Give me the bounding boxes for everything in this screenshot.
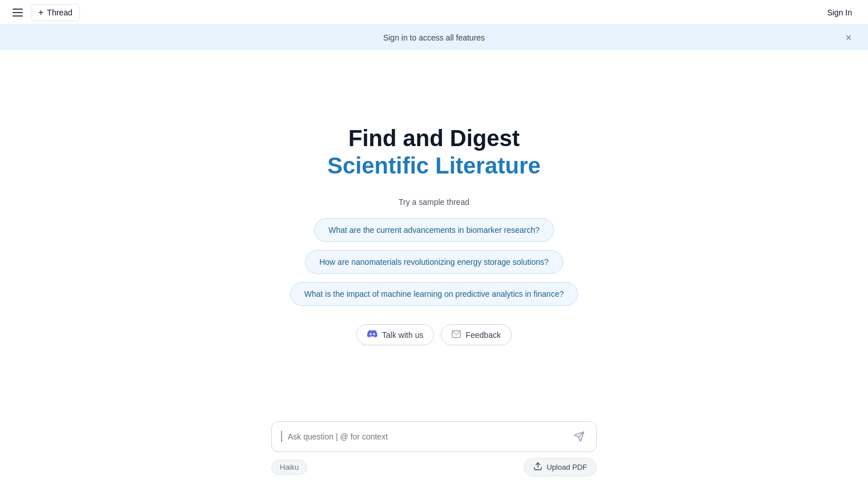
bottom-controls: Haiku Upload PDF <box>271 458 597 477</box>
hero-title-line2: Scientific Literature <box>327 152 540 179</box>
upload-pdf-button[interactable]: Upload PDF <box>524 458 597 477</box>
hamburger-icon <box>13 9 23 17</box>
send-button[interactable] <box>571 429 587 445</box>
sample-thread-3[interactable]: What is the impact of machine learning o… <box>290 282 578 306</box>
sample-threads-list: What are the current advancements in bio… <box>290 218 578 306</box>
hero-title: Find and Digest Scientific Literature <box>327 124 540 179</box>
sample-thread-1[interactable]: What are the current advancements in bio… <box>314 218 554 242</box>
banner-close-button[interactable]: × <box>841 30 857 46</box>
upload-pdf-label: Upload PDF <box>546 463 587 471</box>
sign-in-banner: Sign in to access all features × <box>0 25 868 50</box>
send-icon <box>573 431 585 442</box>
mail-icon <box>452 330 461 340</box>
header: + Thread Sign In <box>0 0 868 25</box>
talk-with-us-button[interactable]: Talk with us <box>356 324 434 345</box>
feedback-label: Feedback <box>465 330 500 340</box>
hero-title-line1: Find and Digest <box>348 126 520 151</box>
input-divider <box>281 431 282 442</box>
feedback-button[interactable]: Feedback <box>441 324 511 345</box>
model-selector[interactable]: Haiku <box>271 459 307 475</box>
header-left: + Thread <box>9 4 80 21</box>
plus-icon: + <box>38 7 43 18</box>
question-input[interactable] <box>288 432 565 441</box>
menu-button[interactable] <box>9 5 26 20</box>
sample-label: Try a sample thread <box>399 197 469 207</box>
question-input-container <box>271 421 597 452</box>
bottom-bar: Haiku Upload PDF <box>0 412 868 488</box>
sample-thread-2[interactable]: How are nanomaterials revolutionizing en… <box>305 250 563 274</box>
action-buttons: Talk with us Feedback <box>356 324 512 345</box>
thread-button-label: Thread <box>47 8 72 17</box>
model-label: Haiku <box>280 463 299 471</box>
talk-with-us-label: Talk with us <box>382 330 423 340</box>
sign-in-button[interactable]: Sign In <box>820 5 859 21</box>
upload-icon <box>533 462 542 473</box>
banner-text: Sign in to access all features <box>383 33 485 42</box>
new-thread-button[interactable]: + Thread <box>31 4 80 21</box>
discord-icon <box>367 330 377 340</box>
